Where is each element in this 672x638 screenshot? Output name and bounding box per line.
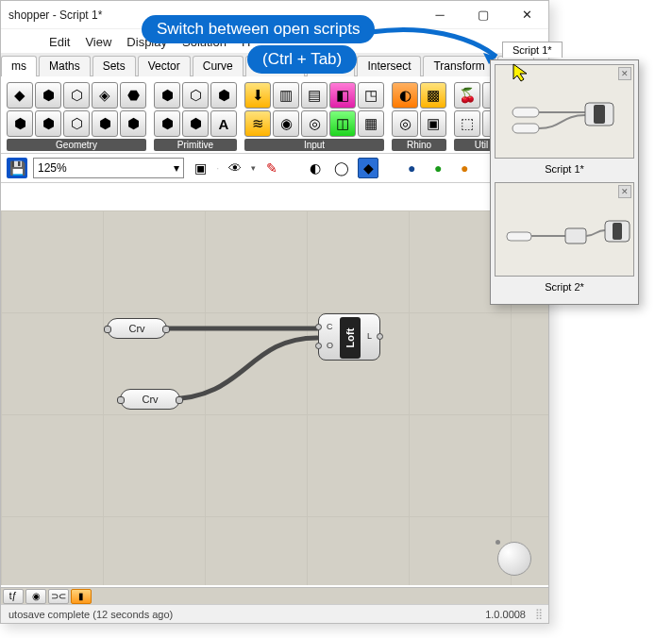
resize-grip[interactable]: ⣿ [535, 608, 541, 620]
input-icon[interactable]: ◫ [329, 110, 356, 137]
tab-intersect[interactable]: Intersect [357, 56, 421, 76]
tab-params[interactable]: ms [1, 56, 37, 76]
shade-button[interactable]: ◐ [305, 158, 326, 178]
material-button[interactable]: ● [454, 158, 475, 178]
preview-button[interactable]: 👁 [225, 158, 245, 178]
close-icon[interactable]: ✕ [618, 67, 631, 80]
svg-rect-1 [512, 124, 539, 133]
save-button[interactable]: 💾 [7, 158, 27, 178]
minimize-button[interactable]: ─ [418, 1, 462, 29]
param-label: Crv [142, 394, 158, 405]
rhino-icon[interactable]: ◐ [392, 82, 418, 109]
geom-icon[interactable]: ◈ [92, 82, 118, 109]
maximize-button[interactable]: ▢ [462, 1, 505, 29]
loft-input-c: C [327, 322, 333, 331]
material-button[interactable]: ● [428, 158, 448, 178]
geom-icon[interactable]: ⬢ [92, 110, 118, 137]
tab-curve[interactable]: Curve [193, 56, 244, 76]
util-icon[interactable]: ⬚ [454, 110, 480, 137]
tab-transform[interactable]: Transform [423, 56, 495, 76]
port-out[interactable] [377, 333, 383, 340]
svg-rect-0 [512, 108, 539, 117]
status-left: utosave complete (12 seconds ago) [8, 609, 173, 620]
input-icon[interactable]: ◧ [329, 82, 356, 109]
geom-icon[interactable]: ⬢ [7, 110, 33, 137]
script-thumb-2[interactable]: ✕ [495, 182, 634, 277]
bottom-toolbar: tƒ ◉ ⊃⊂ ▮ [1, 587, 548, 604]
geom-icon[interactable]: ⬢ [35, 110, 61, 137]
popup-header[interactable]: Script 1* [502, 42, 563, 58]
input-icon[interactable]: ⬇ [244, 82, 271, 109]
bb-highlight[interactable]: ▮ [71, 589, 92, 604]
geom-icon[interactable]: ⬢ [120, 110, 146, 137]
prim-icon[interactable]: ⬢ [154, 110, 180, 137]
prim-icon[interactable]: ⬡ [182, 82, 209, 109]
input-icon[interactable]: ▦ [358, 110, 384, 137]
group-rhino: ◐ ▩ ◎ ▣ Rhino [392, 82, 446, 151]
menu-view[interactable]: View [79, 33, 117, 51]
input-icon[interactable]: ◎ [301, 110, 328, 137]
group-input: ⬇ ▥ ▤ ◧ ◳ ≋ ◉ ◎ ◫ ▦ Input [244, 82, 384, 151]
prim-icon[interactable]: ⬢ [210, 82, 237, 109]
component-loft[interactable]: Loft C O L [318, 313, 380, 361]
svg-rect-7 [613, 223, 622, 240]
rhino-icon[interactable]: ▣ [420, 110, 446, 137]
input-icon[interactable]: ▥ [273, 82, 299, 109]
util-icon[interactable]: 🍒 [454, 82, 480, 109]
tab-vector[interactable]: Vector [138, 56, 191, 76]
thumb-preview [496, 65, 633, 158]
input-icon[interactable]: ≋ [244, 110, 271, 137]
port-in[interactable] [315, 343, 322, 349]
geom-icon[interactable]: ⬢ [35, 82, 61, 109]
material-button[interactable]: ● [401, 158, 422, 178]
bb-filter[interactable]: tƒ [3, 589, 24, 604]
zoom-value: 125% [38, 161, 67, 175]
loft-core: Loft [340, 317, 361, 359]
geom-icon[interactable]: ⬡ [63, 82, 90, 109]
prim-icon[interactable]: ⬢ [154, 82, 180, 109]
param-crv-1[interactable]: Crv [107, 318, 167, 339]
canvas[interactable]: Crv Crv Loft C O L [1, 210, 548, 585]
menu-edit[interactable]: Edit [43, 33, 76, 51]
render-button[interactable]: ◆ [358, 158, 378, 178]
close-icon[interactable]: ✕ [618, 185, 631, 198]
prim-icon[interactable]: A [210, 110, 237, 137]
port-in[interactable] [315, 324, 322, 330]
tab-sets[interactable]: Sets [92, 56, 136, 76]
ribbon: ◆ ⬢ ⬡ ◈ ⬣ ⬢ ⬢ ⬡ ⬢ ⬢ Geometry ⬢ [1, 76, 548, 154]
script-label-1: Script 1* [495, 160, 634, 182]
zoom-extents-button[interactable]: ▣ [190, 158, 210, 178]
svg-rect-3 [594, 105, 605, 124]
geom-icon[interactable]: ⬡ [63, 110, 90, 137]
rhino-icon[interactable]: ▩ [420, 82, 446, 109]
input-icon[interactable]: ▤ [301, 82, 328, 109]
callout-line2: (Ctrl + Tab) [247, 45, 357, 74]
scripts-popup: Script 1* ✕ Script 1* ✕ Script 2* [490, 59, 639, 305]
input-icon[interactable]: ◉ [273, 110, 299, 137]
tab-maths[interactable]: Maths [39, 56, 91, 76]
wire-button[interactable]: ◯ [331, 158, 352, 178]
loft-output-l: L [367, 331, 372, 341]
statusbar: utosave complete (12 seconds ago) 1.0.00… [1, 604, 548, 623]
wires [1, 210, 548, 585]
param-label: Crv [128, 323, 144, 334]
close-button[interactable]: ✕ [505, 1, 548, 29]
geom-icon[interactable]: ◆ [7, 82, 33, 109]
input-icon[interactable]: ◳ [358, 82, 384, 109]
prim-icon[interactable]: ⬢ [182, 110, 209, 137]
group-label: Primitive [154, 139, 237, 151]
bb-point[interactable]: ◉ [25, 589, 46, 604]
script-thumb-1[interactable]: ✕ [495, 64, 634, 159]
bb-curve[interactable]: ⊃⊂ [48, 589, 69, 604]
svg-rect-4 [507, 232, 531, 241]
sketch-button[interactable]: ✎ [261, 158, 282, 178]
canvas-compass[interactable] [497, 542, 531, 576]
callout-line1: Switch between open scripts [142, 15, 375, 43]
rhino-icon[interactable]: ◎ [392, 110, 418, 137]
geom-icon[interactable]: ⬣ [120, 82, 146, 109]
svg-rect-5 [565, 228, 586, 243]
group-label: Geometry [7, 139, 146, 151]
secondary-toolbar: 💾 125% ▾ ▣ · 👁 ▾ ✎ ◐ ◯ ◆ ● ● ● [1, 154, 548, 183]
zoom-select[interactable]: 125% ▾ [33, 158, 184, 178]
param-crv-2[interactable]: Crv [120, 389, 180, 410]
